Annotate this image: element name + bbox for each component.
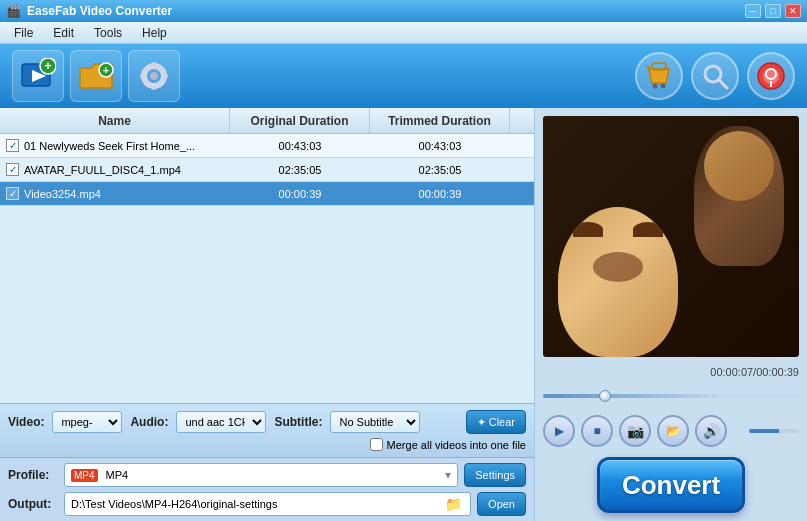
- add-folder-button[interactable]: +: [70, 50, 122, 102]
- toolbar-right: [635, 52, 795, 100]
- video-label: Video:: [8, 415, 44, 429]
- main-content: Name Original Duration Trimmed Duration …: [0, 108, 807, 521]
- volume-button[interactable]: 🔊: [695, 415, 727, 447]
- play-button[interactable]: ▶: [543, 415, 575, 447]
- svg-rect-10: [140, 74, 146, 78]
- search-button[interactable]: [691, 52, 739, 100]
- clear-button[interactable]: ✦ Clear: [466, 410, 526, 434]
- video-thumbnail: [543, 116, 799, 357]
- screenshot-button[interactable]: 📷: [619, 415, 651, 447]
- trimmed-duration-cell: 02:35:05: [370, 158, 510, 181]
- file-checkbox[interactable]: [6, 163, 19, 176]
- trimmed-duration-cell: 00:43:03: [370, 134, 510, 157]
- menu-bar: File Edit Tools Help: [0, 22, 807, 44]
- playback-controls: ▶ ■ 📷 📂 🔊: [543, 415, 799, 447]
- table-header: Name Original Duration Trimmed Duration: [0, 108, 534, 134]
- column-name: Name: [0, 108, 230, 133]
- original-duration-cell: 00:00:39: [230, 182, 370, 205]
- shop-button[interactable]: [635, 52, 683, 100]
- file-table: Name Original Duration Trimmed Duration …: [0, 108, 534, 256]
- merge-row: Merge all videos into one file: [8, 438, 526, 451]
- title-bar-text: EaseFab Video Converter: [27, 4, 739, 18]
- audio-select[interactable]: und aac 1CH: [176, 411, 266, 433]
- svg-rect-9: [152, 84, 156, 90]
- profile-dropdown-arrow[interactable]: ▾: [445, 468, 451, 482]
- svg-text:+: +: [103, 64, 109, 76]
- menu-help[interactable]: Help: [132, 24, 177, 42]
- file-checkbox[interactable]: [6, 187, 19, 200]
- toolbar: + +: [0, 44, 807, 108]
- table-row[interactable]: 01 Newlyweds Seek First Home_... 00:43:0…: [0, 134, 534, 158]
- audio-label: Audio:: [130, 415, 168, 429]
- stop-button[interactable]: ■: [581, 415, 613, 447]
- media-controls: Video: mpeg- Audio: und aac 1CH Subtitle…: [0, 403, 534, 457]
- trimmed-duration-cell: 00:00:39: [370, 182, 510, 205]
- table-row[interactable]: Video3254.mp4 00:00:39 00:00:39: [0, 182, 534, 206]
- svg-point-7: [150, 72, 158, 80]
- window-controls: ─ □ ✕: [745, 4, 801, 18]
- subtitle-select[interactable]: No Subtitle: [330, 411, 420, 433]
- file-table-body: 01 Newlyweds Seek First Home_... 00:43:0…: [0, 134, 534, 206]
- column-trimmed-duration: Trimmed Duration: [370, 108, 510, 133]
- open-button[interactable]: Open: [477, 492, 526, 516]
- merge-checkbox[interactable]: [370, 438, 383, 451]
- help-button[interactable]: [747, 52, 795, 100]
- video-preview: [543, 116, 799, 357]
- maximize-button[interactable]: □: [765, 4, 781, 18]
- table-row[interactable]: AVATAR_FUULL_DISC4_1.mp4 02:35:05 02:35:…: [0, 158, 534, 182]
- menu-tools[interactable]: Tools: [84, 24, 132, 42]
- output-path-text: D:\Test Videos\MP4-H264\original-setting…: [71, 498, 277, 510]
- output-path[interactable]: D:\Test Videos\MP4-H264\original-setting…: [64, 492, 471, 516]
- output-label: Output:: [8, 497, 58, 511]
- original-duration-cell: 00:43:03: [230, 134, 370, 157]
- menu-edit[interactable]: Edit: [43, 24, 84, 42]
- profile-output-section: Profile: MP4 MP4 ▾ Settings Output: D:\T…: [0, 457, 534, 521]
- output-row: Output: D:\Test Videos\MP4-H264\original…: [8, 492, 526, 516]
- add-video-button[interactable]: +: [12, 50, 64, 102]
- subtitle-label: Subtitle:: [274, 415, 322, 429]
- file-panel: Name Original Duration Trimmed Duration …: [0, 108, 535, 521]
- menu-file[interactable]: File: [4, 24, 43, 42]
- app-icon: 🎬: [6, 4, 21, 18]
- column-original-duration: Original Duration: [230, 108, 370, 133]
- seek-bar-thumb[interactable]: [599, 390, 611, 402]
- seek-bar[interactable]: [543, 390, 799, 402]
- seek-bar-track: [543, 394, 799, 398]
- settings-button[interactable]: Settings: [464, 463, 526, 487]
- profile-row: Profile: MP4 MP4 ▾ Settings: [8, 463, 526, 487]
- title-bar: 🎬 EaseFab Video Converter ─ □ ✕: [0, 0, 807, 22]
- svg-text:+: +: [44, 59, 51, 73]
- convert-button[interactable]: Convert: [597, 457, 745, 513]
- video-audio-row: Video: mpeg- Audio: und aac 1CH Subtitle…: [8, 410, 526, 434]
- profile-input[interactable]: MP4 MP4 ▾: [64, 463, 458, 487]
- file-name-cell: Video3254.mp4: [0, 182, 230, 205]
- volume-slider[interactable]: [749, 429, 799, 433]
- time-display: 00:00:07/00:00:39: [543, 366, 799, 378]
- profile-value: MP4: [106, 469, 129, 481]
- file-checkbox[interactable]: [6, 139, 19, 152]
- file-name-cell: 01 Newlyweds Seek First Home_...: [0, 134, 230, 157]
- folder-icon: 📁: [445, 496, 462, 512]
- file-name-cell: AVATAR_FUULL_DISC4_1.mp4: [0, 158, 230, 181]
- svg-point-13: [661, 84, 666, 89]
- folder-open-button[interactable]: 📂: [657, 415, 689, 447]
- svg-rect-11: [162, 74, 168, 78]
- mp4-icon: MP4: [71, 469, 98, 482]
- svg-point-12: [653, 84, 658, 89]
- svg-line-16: [719, 80, 727, 88]
- close-button[interactable]: ✕: [785, 4, 801, 18]
- video-select[interactable]: mpeg-: [52, 411, 122, 433]
- profile-label: Profile:: [8, 468, 58, 482]
- svg-rect-8: [152, 62, 156, 68]
- settings-toolbar-button[interactable]: [128, 50, 180, 102]
- merge-label: Merge all videos into one file: [387, 439, 526, 451]
- original-duration-cell: 02:35:05: [230, 158, 370, 181]
- minimize-button[interactable]: ─: [745, 4, 761, 18]
